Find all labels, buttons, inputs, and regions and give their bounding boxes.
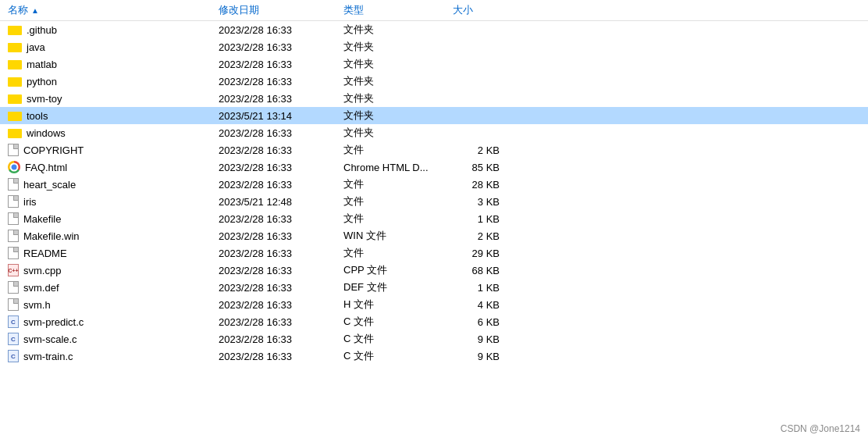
file-list: .github 2023/2/28 16:33 文件夹 java 2023/2/… [0,21,868,365]
table-row[interactable]: FAQ.html 2023/2/28 16:33 Chrome HTML D..… [0,159,868,176]
file-type-cell: 文件 [343,177,453,191]
file-icon [8,298,19,311]
file-name-text: COPYRIGHT [23,144,84,156]
file-icon [8,144,19,156]
c-file-icon: C [8,333,19,345]
file-size-cell: 6 KB [453,316,515,328]
col-date-header[interactable]: 修改日期 [219,3,343,17]
file-date-cell: 2023/2/28 16:33 [219,179,343,191]
file-date-cell: 2023/2/28 16:33 [219,93,343,105]
table-row[interactable]: C svm-train.c 2023/2/28 16:33 C 文件 9 KB [0,348,868,365]
file-size-cell: 2 KB [453,144,515,156]
chrome-icon [8,161,20,173]
table-row[interactable]: C++ svm.cpp 2023/2/28 16:33 CPP 文件 68 KB [0,262,868,279]
file-name-cell: README [8,247,219,259]
table-row[interactable]: matlab 2023/2/28 16:33 文件夹 [0,55,868,73]
file-name-text: FAQ.html [25,162,67,173]
table-row[interactable]: svm-toy 2023/2/28 16:33 文件夹 [0,90,868,107]
folder-icon [8,76,22,87]
file-type-cell: C 文件 [343,349,453,363]
file-size-cell: 85 KB [453,162,515,173]
file-date-cell: 2023/2/28 16:33 [219,127,343,139]
file-name-text: svm-toy [27,93,62,105]
table-row[interactable]: Makefile 2023/2/28 16:33 文件 1 KB [0,210,868,227]
file-date-cell: 2023/2/28 16:33 [219,213,343,225]
file-name-cell: python [8,76,219,87]
file-date-cell: 2023/2/28 16:33 [219,299,343,311]
file-name-cell: tools [8,110,219,122]
file-type-cell: CPP 文件 [343,263,453,277]
folder-icon [8,93,22,104]
file-name-cell: .github [8,24,219,36]
table-header: 名称 ▲ 修改日期 类型 大小 [0,0,868,21]
file-name-text: tools [27,110,48,122]
file-icon [8,195,19,208]
table-row[interactable]: java 2023/2/28 16:33 文件夹 [0,38,868,55]
folder-icon [8,127,22,138]
table-row[interactable]: C svm-scale.c 2023/2/28 16:33 C 文件 9 KB [0,330,868,348]
file-name-text: .github [27,24,57,36]
file-name-cell: heart_scale [8,178,219,191]
file-date-cell: 2023/2/28 16:33 [219,162,343,173]
file-name-cell: C svm-scale.c [8,333,219,345]
file-name-cell: C svm-train.c [8,350,219,362]
file-size-cell: 3 KB [453,196,515,208]
file-date-cell: 2023/2/28 16:33 [219,282,343,294]
file-date-cell: 2023/2/28 16:33 [219,230,343,242]
file-type-cell: 文件 [343,194,453,209]
table-row[interactable]: windows 2023/2/28 16:33 文件夹 [0,124,868,141]
file-type-cell: WIN 文件 [343,229,453,243]
table-row[interactable]: C svm-predict.c 2023/2/28 16:33 C 文件 6 K… [0,313,868,330]
folder-icon [8,59,22,70]
file-size-cell: 9 KB [453,351,515,362]
table-row[interactable]: svm.def 2023/2/28 16:33 DEF 文件 1 KB [0,279,868,296]
file-name-cell: C++ svm.cpp [8,264,219,276]
file-type-cell: 文件 [343,212,453,226]
file-date-cell: 2023/2/28 16:33 [219,316,343,328]
file-type-cell: 文件夹 [343,40,453,54]
file-explorer: 名称 ▲ 修改日期 类型 大小 .github 2023/2/28 16:33 … [0,0,868,442]
table-row[interactable]: tools 2023/5/21 13:14 文件夹 [0,107,868,124]
file-name-cell: Makefile.win [8,230,219,242]
file-size-cell: 68 KB [453,265,515,276]
file-name-cell: COPYRIGHT [8,144,219,156]
file-name-text: windows [27,127,66,139]
file-date-cell: 2023/2/28 16:33 [219,248,343,259]
c-file-icon: C [8,350,19,362]
file-icon [8,230,19,242]
col-name-header[interactable]: 名称 ▲ [8,3,219,17]
file-icon [8,247,19,259]
file-date-cell: 2023/5/21 12:48 [219,196,343,208]
file-name-text: iris [23,196,37,208]
file-name-text: svm-scale.c [23,333,77,345]
file-date-cell: 2023/2/28 16:33 [219,59,343,70]
file-icon [8,281,19,294]
file-name-text: Makefile.win [23,230,80,242]
file-type-cell: H 文件 [343,298,453,312]
file-size-cell: 1 KB [453,282,515,294]
table-row[interactable]: svm.h 2023/2/28 16:33 H 文件 4 KB [0,296,868,313]
table-row[interactable]: Makefile.win 2023/2/28 16:33 WIN 文件 2 KB [0,227,868,244]
col-name-label: 名称 [8,3,28,17]
file-type-cell: C 文件 [343,315,453,329]
file-type-cell: DEF 文件 [343,280,453,294]
table-row[interactable]: heart_scale 2023/2/28 16:33 文件 28 KB [0,176,868,193]
table-row[interactable]: python 2023/2/28 16:33 文件夹 [0,73,868,90]
file-type-cell: 文件夹 [343,23,453,37]
sort-arrow-icon: ▲ [31,6,39,15]
col-type-header[interactable]: 类型 [343,3,453,17]
table-row[interactable]: .github 2023/2/28 16:33 文件夹 [0,21,868,38]
file-name-text: README [23,248,67,259]
file-date-cell: 2023/2/28 16:33 [219,144,343,156]
folder-icon [8,41,22,52]
file-date-cell: 2023/2/28 16:33 [219,41,343,53]
file-name-cell: svm.h [8,298,219,311]
file-type-cell: 文件夹 [343,57,453,71]
table-row[interactable]: iris 2023/5/21 12:48 文件 3 KB [0,193,868,210]
table-row[interactable]: README 2023/2/28 16:33 文件 29 KB [0,244,868,262]
file-name-text: svm.h [23,299,51,311]
file-name-text: svm-predict.c [23,316,84,328]
table-row[interactable]: COPYRIGHT 2023/2/28 16:33 文件 2 KB [0,141,868,159]
col-size-header[interactable]: 大小 [453,3,515,17]
watermark-text: CSDN @Jone1214 [781,423,860,434]
